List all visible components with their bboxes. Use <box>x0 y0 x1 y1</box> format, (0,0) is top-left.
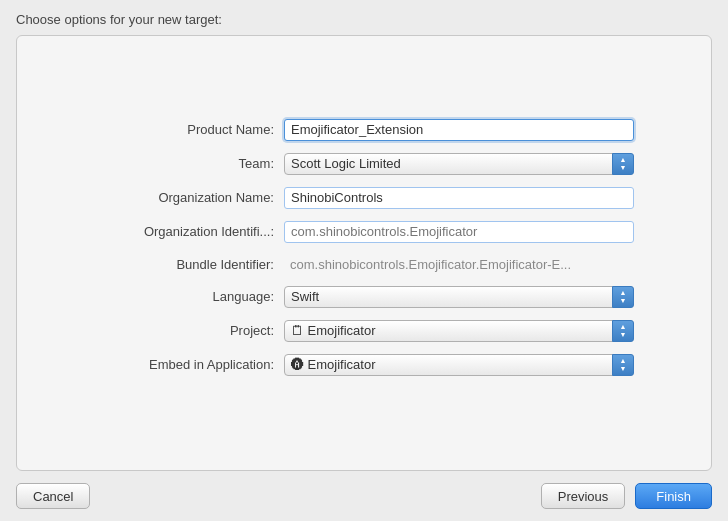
product-name-label: Product Name: <box>94 122 284 137</box>
org-name-row: Organization Name: <box>94 187 634 209</box>
language-label: Language: <box>94 289 284 304</box>
main-content: Product Name: Team: Scott Logic Limited … <box>16 35 712 471</box>
finish-button[interactable]: Finish <box>635 483 712 509</box>
dialog-box: Product Name: Team: Scott Logic Limited … <box>16 35 712 471</box>
bundle-id-label: Bundle Identifier: <box>94 257 284 272</box>
team-select[interactable]: Scott Logic Limited <box>284 153 634 175</box>
language-select[interactable]: Swift Objective-C <box>284 286 634 308</box>
language-spinner[interactable]: ▲ ▼ <box>612 286 634 308</box>
header-bar: Choose options for your new target: <box>0 0 728 35</box>
team-label: Team: <box>94 156 284 171</box>
bundle-id-value: com.shinobicontrols.Emojificator.Emojifi… <box>284 255 634 274</box>
team-spinner[interactable]: ▲ ▼ <box>612 153 634 175</box>
lang-arrow-up-icon: ▲ <box>620 289 627 297</box>
footer: Cancel Previous Finish <box>0 471 728 521</box>
project-row: Project: 🗒 Emojificator ▲ ▼ <box>94 320 634 342</box>
bundle-id-row: Bundle Identifier: com.shinobicontrols.E… <box>94 255 634 274</box>
product-name-input[interactable] <box>284 119 634 141</box>
previous-button[interactable]: Previous <box>541 483 626 509</box>
embed-arrow-down-icon: ▼ <box>620 365 627 373</box>
form-container: Product Name: Team: Scott Logic Limited … <box>74 109 654 398</box>
org-name-label: Organization Name: <box>94 190 284 205</box>
project-label: Project: <box>94 323 284 338</box>
cancel-button[interactable]: Cancel <box>16 483 90 509</box>
embed-label: Embed in Application: <box>94 357 284 372</box>
lang-arrow-down-icon: ▼ <box>620 297 627 305</box>
team-row: Team: Scott Logic Limited ▲ ▼ <box>94 153 634 175</box>
org-identifier-row: Organization Identifi...: <box>94 221 634 243</box>
embed-row: Embed in Application: 🅐 Emojificator ▲ ▼ <box>94 354 634 376</box>
arrow-down-icon: ▼ <box>620 164 627 172</box>
project-spinner[interactable]: ▲ ▼ <box>612 320 634 342</box>
embed-arrow-up-icon: ▲ <box>620 357 627 365</box>
proj-arrow-down-icon: ▼ <box>620 331 627 339</box>
embed-spinner[interactable]: ▲ ▼ <box>612 354 634 376</box>
embed-select[interactable]: 🅐 Emojificator <box>284 354 634 376</box>
product-name-row: Product Name: <box>94 119 634 141</box>
project-select[interactable]: 🗒 Emojificator <box>284 320 634 342</box>
arrow-up-icon: ▲ <box>620 156 627 164</box>
org-name-input[interactable] <box>284 187 634 209</box>
language-row: Language: Swift Objective-C ▲ ▼ <box>94 286 634 308</box>
embed-select-wrapper: 🅐 Emojificator ▲ ▼ <box>284 354 634 376</box>
proj-arrow-up-icon: ▲ <box>620 323 627 331</box>
language-select-wrapper: Swift Objective-C ▲ ▼ <box>284 286 634 308</box>
org-identifier-label: Organization Identifi...: <box>94 224 284 239</box>
team-select-wrapper: Scott Logic Limited ▲ ▼ <box>284 153 634 175</box>
project-select-wrapper: 🗒 Emojificator ▲ ▼ <box>284 320 634 342</box>
org-identifier-input[interactable] <box>284 221 634 243</box>
header-title: Choose options for your new target: <box>16 12 222 27</box>
footer-right: Previous Finish <box>541 483 712 509</box>
